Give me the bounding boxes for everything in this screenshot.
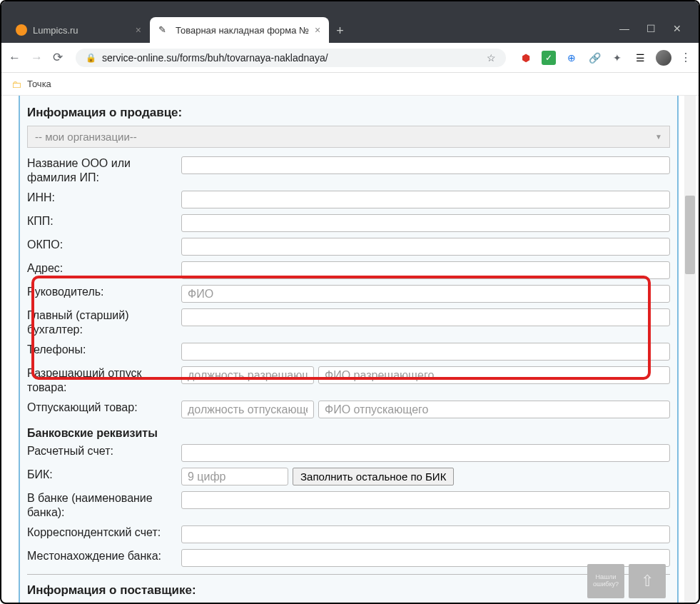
close-icon[interactable]: ×	[136, 24, 141, 36]
reading-list-icon[interactable]: ☰	[633, 51, 647, 65]
lock-icon: 🔒	[86, 53, 96, 63]
window-controls: — ☐ ✕	[608, 23, 693, 43]
seller-section-title: Информация о продавце:	[27, 101, 670, 124]
ext-generic-icon[interactable]: 🔗	[587, 51, 602, 65]
releaser-fio-input[interactable]	[318, 401, 670, 418]
divider	[27, 574, 670, 575]
phones-label: Телефоны:	[27, 343, 176, 357]
bank-name-input[interactable]	[181, 491, 670, 509]
bookmark-item[interactable]: Точка	[27, 79, 51, 89]
bik-input[interactable]	[181, 468, 288, 485]
auth-fio-input[interactable]	[318, 366, 670, 384]
bank-name-label: В банке (наименование банка):	[27, 491, 176, 520]
vertical-scrollbar[interactable]	[684, 96, 696, 604]
bookmark-star-icon[interactable]: ☆	[487, 52, 496, 64]
close-button[interactable]: ✕	[673, 23, 681, 34]
avatar[interactable]	[656, 50, 671, 66]
bank-section-title: Банковские реквизиты	[27, 421, 670, 441]
kpp-label: КПП:	[27, 214, 176, 228]
chevron-down-icon: ▼	[655, 133, 662, 141]
scrollbar-thumb[interactable]	[685, 196, 695, 274]
tab-title: Lumpics.ru	[33, 25, 78, 36]
phones-input[interactable]	[181, 343, 670, 361]
releaser-label: Отпускающий товар:	[27, 401, 176, 415]
tab-nakladnaya[interactable]: ✎ Товарная накладная форма № ×	[150, 17, 329, 43]
my-orgs-dropdown[interactable]: -- мои организации-- ▼	[27, 126, 670, 148]
ext-globe-icon[interactable]: ⊕	[564, 51, 579, 65]
director-input[interactable]	[181, 285, 670, 303]
address-bar: ← → ⟳ 🔒 service-online.su/forms/buh/tova…	[1, 43, 699, 73]
url-input[interactable]: 🔒 service-online.su/forms/buh/tovarnaya-…	[76, 49, 506, 67]
inn-input[interactable]	[181, 191, 670, 208]
org-name-label: Название ООО или фамилия ИП:	[27, 156, 176, 185]
page-content: Информация о продавце: -- мои организаци…	[1, 96, 699, 604]
auth-position-input[interactable]	[181, 366, 314, 384]
reload-button[interactable]: ⟳	[53, 50, 63, 65]
scroll-top-button[interactable]: ⇧	[629, 564, 666, 598]
org-name-input[interactable]	[181, 156, 670, 174]
releaser-position-input[interactable]	[181, 401, 314, 418]
folder-icon: 🗀	[11, 79, 21, 90]
okpo-input[interactable]	[181, 238, 670, 256]
inn-label: ИНН:	[27, 191, 176, 205]
floating-buttons: Нашли ошибку? ⇧	[587, 564, 666, 598]
maximize-button[interactable]: ☐	[646, 23, 656, 34]
bik-label: БИК:	[27, 468, 176, 482]
found-error-button[interactable]: Нашли ошибку?	[587, 564, 624, 598]
ext-check-icon[interactable]: ✓	[542, 51, 556, 65]
favicon-icon	[16, 24, 27, 36]
close-icon[interactable]: ×	[315, 24, 320, 36]
kpp-input[interactable]	[181, 214, 670, 232]
forward-button[interactable]: →	[31, 51, 43, 65]
bank-location-label: Местонахождение банка:	[27, 549, 176, 563]
accountant-label: Главный (старший) бухгалтер:	[27, 308, 176, 337]
okpo-label: ОКПО:	[27, 238, 176, 252]
corr-account-label: Корреспондентский счет:	[27, 525, 176, 540]
bookmarks-bar: 🗀 Точка	[1, 73, 699, 96]
extensions: ⬢ ✓ ⊕ 🔗 ✦ ☰ ⋮	[519, 50, 691, 66]
address-input[interactable]	[181, 261, 670, 279]
account-input[interactable]	[181, 444, 670, 462]
back-button[interactable]: ←	[9, 51, 21, 65]
address-label: Адрес:	[27, 261, 176, 276]
minimize-button[interactable]: —	[619, 23, 629, 34]
new-tab-button[interactable]: +	[329, 19, 351, 43]
ext-adblock-icon[interactable]: ⬢	[519, 51, 533, 65]
menu-button[interactable]: ⋮	[680, 51, 691, 64]
supplier-section-title: Информация о поставщике:	[27, 579, 670, 602]
viewport: Информация о продавце: -- мои организаци…	[1, 96, 699, 604]
extensions-icon[interactable]: ✦	[610, 51, 624, 65]
fill-by-bik-button[interactable]: Заполнить остальное по БИК	[293, 468, 454, 485]
dropdown-label: -- мои организации--	[35, 131, 137, 143]
account-label: Расчетный счет:	[27, 444, 176, 458]
url-text: service-online.su/forms/buh/tovarnaya-na…	[102, 52, 481, 64]
titlebar	[1, 1, 699, 11]
director-label: Руководитель:	[27, 285, 176, 299]
tab-lumpics[interactable]: Lumpics.ru ×	[7, 17, 150, 43]
corr-account-input[interactable]	[181, 525, 670, 543]
tab-title: Товарная накладная форма №	[176, 25, 309, 36]
tab-bar: Lumpics.ru × ✎ Товарная накладная форма …	[1, 11, 699, 43]
auth-release-label: Разрешающий отпуск товара:	[27, 366, 176, 395]
accountant-input[interactable]	[181, 308, 670, 326]
favicon-icon: ✎	[158, 24, 170, 36]
